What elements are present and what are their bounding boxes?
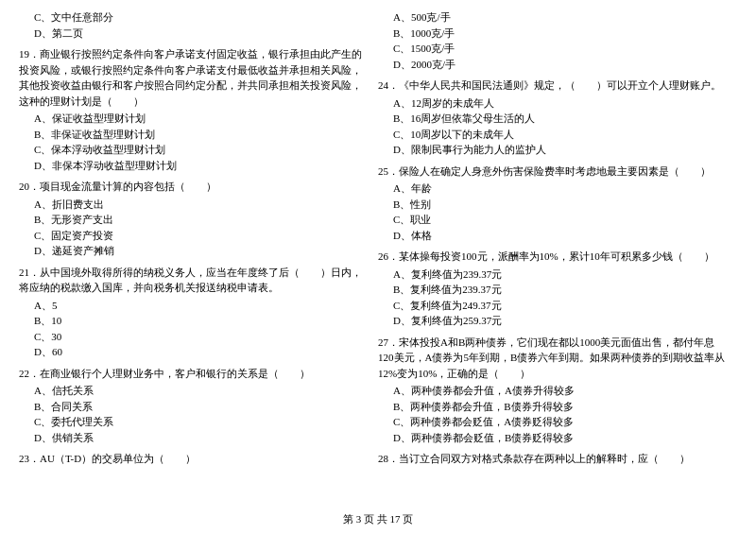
q25-option-c: C、职业: [378, 212, 728, 228]
question-21-block: 21．从中国境外取得所得的纳税义务人，应当在年度终了后（ ）日内，将应纳的税款缴…: [19, 265, 369, 360]
two-column-layout: C、文中任意部分 D、第二页 19．商业银行按照约定条件向客户承诺支付固定收益，…: [19, 9, 737, 473]
q24-option-a: A、12周岁的未成年人: [378, 95, 728, 112]
q22-option-c: C、委托代理关系: [19, 414, 369, 430]
question-23-block: 23．AU（T-D）的交易单位为（ ）: [19, 451, 369, 467]
option-d-right: D、2000克/手: [378, 57, 728, 73]
q22-option-d: D、供销关系: [19, 430, 369, 446]
q22-option-b: B、合同关系: [19, 399, 369, 415]
question-block-abcd-right: A、500克/手 B、1000克/手 C、1500克/手 D、2000克/手: [378, 9, 728, 72]
option-d-label: D: [34, 27, 42, 39]
question-22-text: 22．在商业银行个人理财业务中，客户和银行的关系是（ ）: [19, 366, 369, 382]
option-d-text: 、第二页: [42, 27, 83, 39]
q21-option-d: D、60: [19, 344, 369, 360]
q20-option-d: D、递延资产摊销: [19, 243, 369, 259]
q19-option-a: A、保证收益型理财计划: [19, 111, 369, 127]
q24-option-d: D、限制民事行为能力人的监护人: [378, 142, 728, 158]
q20-option-c: C、固定资产投资: [19, 228, 369, 244]
q21-option-b: B、10: [19, 313, 369, 329]
option-d-left: D、第二页: [19, 26, 369, 42]
question-20-text: 20．项目现金流量计算的内容包括（ ）: [19, 179, 369, 195]
q25-option-b: B、性别: [378, 197, 728, 213]
option-c-text: 、文中任意部分: [41, 11, 113, 23]
q27-option-c: C、两种债券都会贬值，A债券贬得较多: [378, 414, 728, 430]
page-container: C、文中任意部分 D、第二页 19．商业银行按照约定条件向客户承诺支付固定收益，…: [0, 0, 756, 534]
q21-option-c: C、30: [19, 329, 369, 345]
question-27-block: 27．宋体投投A和B两种债券，它们现在都以1000美元面值出售，都付年息120美…: [378, 335, 728, 446]
q26-option-c: C、复利终值为249.37元: [378, 298, 728, 314]
q26-option-d: D、复利终值为259.37元: [378, 313, 728, 329]
question-20-block: 20．项目现金流量计算的内容包括（ ） A、折旧费支出 B、无形资产支出 C、固…: [19, 179, 369, 259]
q19-option-c: C、保本浮动收益型理财计划: [19, 142, 369, 158]
q20-option-a: A、折旧费支出: [19, 197, 369, 213]
q27-option-b: B、两种债券都会升值，B债券升得较多: [378, 399, 728, 415]
question-block-cd-left: C、文中任意部分 D、第二页: [19, 9, 369, 41]
question-19-block: 19．商业银行按照约定条件向客户承诺支付固定收益，银行承担由此产生的投资风险，或…: [19, 46, 369, 173]
page-number: 第 3 页 共 17 页: [343, 513, 413, 525]
q26-option-a: A、复利终值为239.37元: [378, 267, 728, 283]
right-column: A、500克/手 B、1000克/手 C、1500克/手 D、2000克/手 2…: [378, 9, 728, 473]
q19-option-d: D、非保本浮动收益型理财计划: [19, 158, 369, 174]
q20-option-b: B、无形资产支出: [19, 212, 369, 228]
q27-option-d: D、两种债券都会贬值，B债券贬得较多: [378, 430, 728, 446]
question-22-block: 22．在商业银行个人理财业务中，客户和银行的关系是（ ） A、信托关系 B、合同…: [19, 366, 369, 446]
left-column: C、文中任意部分 D、第二页 19．商业银行按照约定条件向客户承诺支付固定收益，…: [19, 9, 369, 473]
page-footer: 第 3 页 共 17 页: [0, 512, 756, 526]
option-a-right: A、500克/手: [378, 9, 728, 26]
question-26-block: 26．某体操每投资100元，派酬率为10%，累计10年可积累多少钱（ ） A、复…: [378, 249, 728, 329]
q22-option-a: A、信托关系: [19, 383, 369, 399]
q19-option-b: B、非保证收益型理财计划: [19, 127, 369, 143]
question-24-block: 24．《中华人民共和国民法通则》规定，（ ）可以开立个人理财账户。 A、12周岁…: [378, 78, 728, 158]
option-c-right: C、1500克/手: [378, 41, 728, 57]
question-26-text: 26．某体操每投资100元，派酬率为10%，累计10年可积累多少钱（ ）: [378, 249, 728, 265]
question-23-text: 23．AU（T-D）的交易单位为（ ）: [19, 451, 369, 467]
q21-option-a: A、5: [19, 298, 369, 314]
question-24-text: 24．《中华人民共和国民法通则》规定，（ ）可以开立个人理财账户。: [378, 78, 728, 94]
q27-option-a: A、两种债券都会升值，A债券升得较多: [378, 383, 728, 399]
question-19-text: 19．商业银行按照约定条件向客户承诺支付固定收益，银行承担由此产生的投资风险，或…: [19, 46, 369, 109]
q24-option-b: B、16周岁但依靠父母生活的人: [378, 111, 728, 127]
question-25-text: 25．保险人在确定人身意外伤害保险费率时考虑地最主要因素是（ ）: [378, 164, 728, 180]
option-b-right: B、1000克/手: [378, 26, 728, 42]
q24-option-c: C、10周岁以下的未成年人: [378, 127, 728, 143]
question-21-text: 21．从中国境外取得所得的纳税义务人，应当在年度终了后（ ）日内，将应纳的税款缴…: [19, 265, 369, 296]
q25-option-d: D、体格: [378, 228, 728, 244]
option-c-left: C、文中任意部分: [19, 9, 369, 26]
question-28-text: 28．当订立合同双方对格式条款存在两种以上的解释时，应（ ）: [378, 451, 728, 467]
question-28-block: 28．当订立合同双方对格式条款存在两种以上的解释时，应（ ）: [378, 451, 728, 467]
question-27-text: 27．宋体投投A和B两种债券，它们现在都以1000美元面值出售，都付年息120美…: [378, 335, 728, 382]
question-25-block: 25．保险人在确定人身意外伤害保险费率时考虑地最主要因素是（ ） A、年龄 B、…: [378, 164, 728, 244]
q26-option-b: B、复利终值为239.37元: [378, 282, 728, 298]
q25-option-a: A、年龄: [378, 181, 728, 197]
